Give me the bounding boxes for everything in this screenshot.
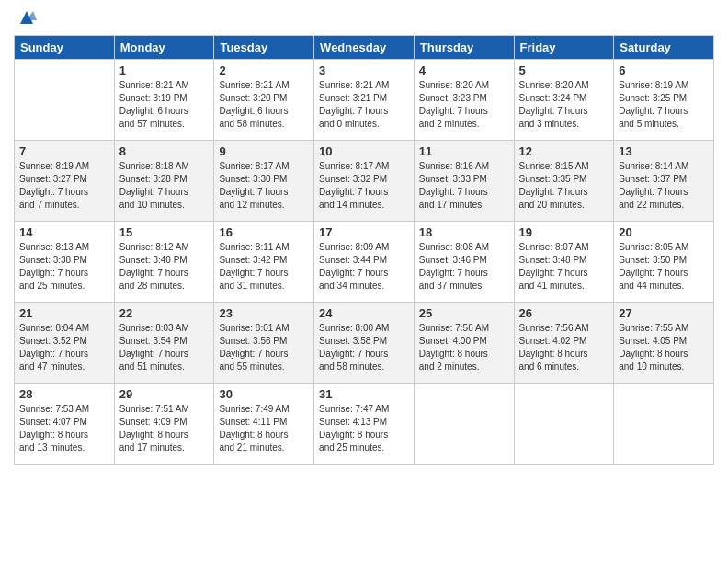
day-number: 4 [419, 63, 509, 77]
day-cell: 23Sunrise: 8:01 AM Sunset: 3:56 PM Dayli… [214, 303, 314, 384]
day-number: 3 [319, 63, 409, 77]
week-row-5: 28Sunrise: 7:53 AM Sunset: 4:07 PM Dayli… [15, 384, 714, 465]
day-cell: 30Sunrise: 7:49 AM Sunset: 4:11 PM Dayli… [214, 384, 314, 465]
day-cell: 27Sunrise: 7:55 AM Sunset: 4:05 PM Dayli… [614, 303, 714, 384]
day-number: 27 [619, 306, 709, 320]
day-info: Sunrise: 7:53 AM Sunset: 4:07 PM Dayligh… [19, 403, 109, 454]
day-number: 18 [419, 225, 509, 239]
day-cell: 5Sunrise: 8:20 AM Sunset: 3:24 PM Daylig… [514, 60, 614, 141]
column-header-thursday: Thursday [414, 36, 514, 60]
column-header-friday: Friday [514, 36, 614, 60]
day-info: Sunrise: 8:19 AM Sunset: 3:25 PM Dayligh… [619, 79, 709, 131]
day-cell: 6Sunrise: 8:19 AM Sunset: 3:25 PM Daylig… [614, 60, 714, 141]
day-number: 26 [519, 306, 609, 320]
logo-icon [17, 7, 37, 28]
day-number: 2 [219, 63, 309, 77]
day-cell: 14Sunrise: 8:13 AM Sunset: 3:38 PM Dayli… [15, 222, 115, 303]
day-cell: 17Sunrise: 8:09 AM Sunset: 3:44 PM Dayli… [314, 222, 415, 303]
day-cell: 15Sunrise: 8:12 AM Sunset: 3:40 PM Dayli… [114, 222, 214, 303]
day-number: 1 [119, 63, 210, 77]
day-info: Sunrise: 8:14 AM Sunset: 3:37 PM Dayligh… [619, 160, 709, 212]
day-cell [414, 384, 514, 465]
column-header-wednesday: Wednesday [314, 36, 415, 60]
day-cell: 19Sunrise: 8:07 AM Sunset: 3:48 PM Dayli… [514, 222, 614, 303]
day-info: Sunrise: 8:21 AM Sunset: 3:19 PM Dayligh… [119, 79, 210, 131]
day-cell [15, 60, 115, 141]
day-number: 14 [19, 225, 109, 239]
day-cell [514, 384, 614, 465]
day-info: Sunrise: 8:15 AM Sunset: 3:35 PM Dayligh… [519, 160, 609, 212]
day-cell: 20Sunrise: 8:05 AM Sunset: 3:50 PM Dayli… [614, 222, 714, 303]
day-number: 13 [619, 144, 709, 158]
day-info: Sunrise: 8:18 AM Sunset: 3:28 PM Dayligh… [119, 160, 210, 212]
day-number: 16 [219, 225, 309, 239]
day-number: 31 [319, 387, 409, 401]
day-cell: 25Sunrise: 7:58 AM Sunset: 4:00 PM Dayli… [414, 303, 514, 384]
day-number: 5 [519, 63, 609, 77]
day-cell: 9Sunrise: 8:17 AM Sunset: 3:30 PM Daylig… [214, 141, 314, 222]
day-cell: 28Sunrise: 7:53 AM Sunset: 4:07 PM Dayli… [15, 384, 115, 465]
day-number: 23 [219, 306, 309, 320]
day-info: Sunrise: 8:11 AM Sunset: 3:42 PM Dayligh… [219, 241, 309, 293]
day-cell: 26Sunrise: 7:56 AM Sunset: 4:02 PM Dayli… [514, 303, 614, 384]
day-cell: 11Sunrise: 8:16 AM Sunset: 3:33 PM Dayli… [414, 141, 514, 222]
column-header-monday: Monday [114, 36, 214, 60]
day-info: Sunrise: 7:55 AM Sunset: 4:05 PM Dayligh… [619, 322, 709, 373]
day-info: Sunrise: 8:12 AM Sunset: 3:40 PM Dayligh… [119, 241, 210, 293]
week-row-1: 1Sunrise: 8:21 AM Sunset: 3:19 PM Daylig… [15, 60, 714, 141]
day-cell: 18Sunrise: 8:08 AM Sunset: 3:46 PM Dayli… [414, 222, 514, 303]
day-number: 22 [119, 306, 210, 320]
calendar-table: SundayMondayTuesdayWednesdayThursdayFrid… [14, 35, 714, 465]
day-cell: 8Sunrise: 8:18 AM Sunset: 3:28 PM Daylig… [114, 141, 214, 222]
day-cell: 29Sunrise: 7:51 AM Sunset: 4:09 PM Dayli… [114, 384, 214, 465]
day-cell: 13Sunrise: 8:14 AM Sunset: 3:37 PM Dayli… [614, 141, 714, 222]
day-info: Sunrise: 8:19 AM Sunset: 3:27 PM Dayligh… [19, 160, 109, 212]
day-info: Sunrise: 8:03 AM Sunset: 3:54 PM Dayligh… [119, 322, 210, 373]
day-cell: 16Sunrise: 8:11 AM Sunset: 3:42 PM Dayli… [214, 222, 314, 303]
day-cell: 7Sunrise: 8:19 AM Sunset: 3:27 PM Daylig… [15, 141, 115, 222]
day-info: Sunrise: 7:51 AM Sunset: 4:09 PM Dayligh… [119, 403, 210, 454]
day-number: 29 [119, 387, 210, 401]
day-cell: 31Sunrise: 7:47 AM Sunset: 4:13 PM Dayli… [314, 384, 415, 465]
column-header-saturday: Saturday [614, 36, 714, 60]
day-number: 6 [619, 63, 709, 77]
day-cell: 21Sunrise: 8:04 AM Sunset: 3:52 PM Dayli… [15, 303, 115, 384]
day-info: Sunrise: 8:01 AM Sunset: 3:56 PM Dayligh… [219, 322, 309, 373]
day-info: Sunrise: 8:08 AM Sunset: 3:46 PM Dayligh… [419, 241, 509, 293]
day-info: Sunrise: 8:05 AM Sunset: 3:50 PM Dayligh… [619, 241, 709, 293]
day-number: 24 [319, 306, 409, 320]
day-info: Sunrise: 8:20 AM Sunset: 3:23 PM Dayligh… [419, 79, 509, 131]
day-cell [614, 384, 714, 465]
column-header-tuesday: Tuesday [214, 36, 314, 60]
day-number: 19 [519, 225, 609, 239]
day-info: Sunrise: 8:17 AM Sunset: 3:30 PM Dayligh… [219, 160, 309, 212]
day-number: 15 [119, 225, 210, 239]
day-info: Sunrise: 8:16 AM Sunset: 3:33 PM Dayligh… [419, 160, 509, 212]
day-number: 10 [319, 144, 409, 158]
header-row: SundayMondayTuesdayWednesdayThursdayFrid… [15, 36, 714, 60]
day-info: Sunrise: 8:09 AM Sunset: 3:44 PM Dayligh… [319, 241, 409, 293]
day-cell: 1Sunrise: 8:21 AM Sunset: 3:19 PM Daylig… [114, 60, 214, 141]
logo [14, 9, 37, 28]
day-number: 11 [419, 144, 509, 158]
day-info: Sunrise: 8:07 AM Sunset: 3:48 PM Dayligh… [519, 241, 609, 293]
day-cell: 22Sunrise: 8:03 AM Sunset: 3:54 PM Dayli… [114, 303, 214, 384]
day-number: 8 [119, 144, 210, 158]
day-info: Sunrise: 7:47 AM Sunset: 4:13 PM Dayligh… [319, 403, 409, 454]
day-number: 12 [519, 144, 609, 158]
day-cell: 4Sunrise: 8:20 AM Sunset: 3:23 PM Daylig… [414, 60, 514, 141]
day-number: 28 [19, 387, 109, 401]
week-row-2: 7Sunrise: 8:19 AM Sunset: 3:27 PM Daylig… [15, 141, 714, 222]
day-number: 17 [319, 225, 409, 239]
day-number: 21 [19, 306, 109, 320]
day-info: Sunrise: 8:21 AM Sunset: 3:21 PM Dayligh… [319, 79, 409, 131]
day-number: 20 [619, 225, 709, 239]
main-container: SundayMondayTuesdayWednesdayThursdayFrid… [0, 0, 728, 563]
day-number: 30 [219, 387, 309, 401]
day-info: Sunrise: 8:04 AM Sunset: 3:52 PM Dayligh… [19, 322, 109, 373]
day-number: 7 [19, 144, 109, 158]
day-cell: 2Sunrise: 8:21 AM Sunset: 3:20 PM Daylig… [214, 60, 314, 141]
day-info: Sunrise: 8:20 AM Sunset: 3:24 PM Dayligh… [519, 79, 609, 131]
day-cell: 10Sunrise: 8:17 AM Sunset: 3:32 PM Dayli… [314, 141, 415, 222]
day-info: Sunrise: 7:58 AM Sunset: 4:00 PM Dayligh… [419, 322, 509, 373]
